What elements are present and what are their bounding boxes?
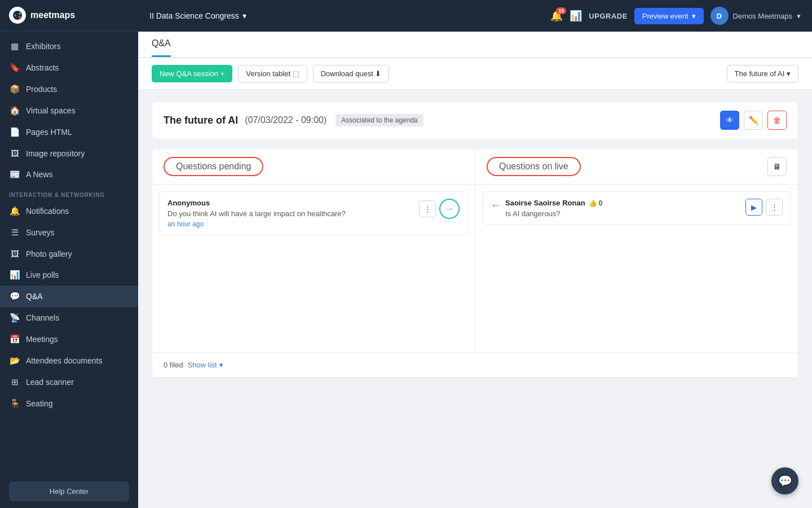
session-dropdown[interactable]: The future of AI ▾ (727, 65, 799, 82)
live-question-more-button[interactable]: ⋮ (766, 199, 783, 216)
sidebar-item-channels[interactable]: 📡 Channels (0, 307, 138, 329)
question-more-button[interactable]: ⋮ (419, 200, 436, 217)
agenda-badge: Associated to the agenda (336, 114, 423, 126)
show-list-link[interactable]: Show list ▾ (188, 361, 223, 369)
live-question-text: Is AI dangerous? (505, 209, 740, 218)
scanner-icon: ⊞ (9, 377, 20, 387)
sidebar-item-photo-gallery[interactable]: 🖼 Photo gallery (0, 243, 138, 264)
interaction-section-label: INTERACTION & NETWORKING (0, 185, 138, 200)
help-center-button[interactable]: Help Center (9, 481, 129, 501)
sidebar-item-attendees-docs[interactable]: 📂 Attendees documents (0, 350, 138, 371)
monitor-icon: 🖥 (773, 162, 781, 171)
sidebar-item-notifications[interactable]: 🔔 Notifications (0, 200, 138, 222)
sidebar-item-surveys[interactable]: ☰ Surveys (0, 222, 138, 243)
session-actions: 👁 ✏️ 🗑 (720, 111, 787, 130)
page-content: Q&A New Q&A session + Version tablet ⬚ D… (138, 32, 812, 508)
event-name: II Data Science Congress (149, 11, 239, 20)
gallery-icon: 🖼 (9, 249, 20, 259)
svg-point-2 (19, 12, 21, 15)
docs-icon: 📂 (9, 356, 20, 366)
qa-columns-container: Questions pending Anonymous Do you think… (152, 148, 798, 378)
sidebar-item-qa[interactable]: 💬 Q&A (0, 286, 138, 307)
sidebar-nav: ▦ Exhibitors 🔖 Abstracts 📦 Products 🏠 Vi… (0, 31, 138, 475)
live-question-card: ← Saoirse Saoirse Ronan 👍 0 (482, 191, 791, 225)
upgrade-button[interactable]: UPGRADE (589, 12, 628, 20)
preview-chevron-icon: ▾ (692, 12, 696, 20)
sidebar-item-exhibitors[interactable]: ▦ Exhibitors (0, 36, 138, 57)
question-info: Anonymous Do you think AI will have a la… (167, 199, 413, 228)
back-to-pending-button[interactable]: ← (491, 200, 501, 212)
page-title-underline (152, 55, 171, 57)
question-author: Anonymous (167, 199, 413, 207)
new-qa-session-button[interactable]: New Q&A session + (152, 65, 232, 82)
live-question-info: Saoirse Saoirse Ronan 👍 0 Is AI dangerou… (505, 199, 740, 218)
question-actions: ⋮ → (419, 199, 460, 219)
notification-badge: 15 (556, 7, 566, 14)
event-chevron-icon: ▾ (242, 11, 246, 20)
qa-icon: 💬 (9, 291, 20, 301)
sidebar: meetmaps ▦ Exhibitors 🔖 Abstracts 📦 Prod… (0, 0, 138, 508)
play-question-button[interactable]: ▶ (745, 199, 762, 216)
svg-point-1 (14, 14, 16, 16)
main-content: II Data Science Congress ▾ 🔔 15 📊 UPGRAD… (138, 0, 812, 508)
live-column: Questions on live 🖥 ← (475, 149, 798, 352)
live-question-left: ← Saoirse Saoirse Ronan 👍 0 (491, 199, 740, 218)
news-icon: 📰 (9, 169, 20, 179)
channel-icon: 📡 (9, 313, 20, 323)
filed-count: 0 filed (164, 361, 183, 369)
meetings-icon: 📅 (9, 334, 20, 344)
header-actions: 🔔 15 📊 UPGRADE Preview event ▾ D Demos M… (550, 7, 801, 25)
pending-col-body: Anonymous Do you think AI will have a la… (152, 185, 475, 352)
toolbar: New Q&A session + Version tablet ⬚ Downl… (138, 58, 812, 90)
event-selector[interactable]: II Data Science Congress ▾ (149, 11, 246, 20)
session-date: (07/03/2022 - 09:00) (245, 115, 326, 125)
logo-icon (9, 7, 26, 24)
sidebar-item-seating[interactable]: 🪑 Seating (0, 393, 138, 414)
preview-event-button[interactable]: Preview event ▾ (634, 8, 704, 24)
notifications-button[interactable]: 🔔 15 (550, 10, 563, 22)
analytics-icon[interactable]: 📊 (570, 10, 582, 22)
sidebar-logo: meetmaps (0, 0, 138, 31)
page-header: Q&A (138, 32, 812, 58)
pages-icon: 📄 (9, 127, 20, 137)
send-to-live-button[interactable]: → (439, 199, 460, 219)
sidebar-item-meetings[interactable]: 📅 Meetings (0, 329, 138, 350)
like-badge: 👍 0 (589, 199, 603, 207)
pending-col-header: Questions pending (152, 149, 475, 185)
user-menu[interactable]: D Demos Meetmaps ▾ (710, 7, 801, 25)
question-time: an hour ago (167, 220, 413, 228)
svg-point-3 (19, 16, 21, 18)
chat-fab-button[interactable]: 💬 (771, 467, 798, 494)
delete-session-button[interactable]: 🗑 (767, 111, 787, 130)
sidebar-item-products[interactable]: 📦 Products (0, 78, 138, 100)
page-title: Q&A (152, 38, 171, 54)
sidebar-item-live-polls[interactable]: 📊 Live polls (0, 264, 138, 286)
pending-column: Questions pending Anonymous Do you think… (152, 149, 475, 352)
sidebar-item-news[interactable]: 📰 A News (0, 164, 138, 185)
live-question-author: Saoirse Saoirse Ronan 👍 0 (505, 199, 740, 207)
seating-icon: 🪑 (9, 398, 20, 409)
sidebar-item-pages-html[interactable]: 📄 Pages HTML (0, 121, 138, 143)
version-tablet-button[interactable]: Version tablet ⬚ (238, 65, 307, 82)
screen-button[interactable]: 🖥 (767, 157, 787, 176)
question-text: Do you think AI will have a large impact… (167, 209, 413, 218)
sidebar-item-image-repository[interactable]: 🖼 Image repository (0, 143, 138, 164)
grid-icon: ▦ (9, 41, 20, 51)
sidebar-item-virtual-spaces[interactable]: 🏠 Virtual spaces (0, 100, 138, 121)
live-col-body: ← Saoirse Saoirse Ronan 👍 0 (475, 185, 798, 352)
live-col-title: Questions on live (487, 157, 581, 176)
pending-col-title: Questions pending (164, 157, 263, 176)
live-question-actions: ▶ ⋮ (745, 199, 783, 216)
logo-text: meetmaps (30, 10, 75, 20)
download-quest-button[interactable]: Download quest ⬇ (313, 65, 390, 82)
user-chevron-icon: ▾ (797, 12, 801, 20)
qa-columns: Questions pending Anonymous Do you think… (152, 149, 798, 352)
edit-session-button[interactable]: ✏️ (744, 111, 763, 130)
sidebar-footer: Help Center (0, 475, 138, 508)
image-icon: 🖼 (9, 148, 20, 158)
preview-session-button[interactable]: 👁 (720, 111, 739, 130)
sidebar-item-abstracts[interactable]: 🔖 Abstracts (0, 57, 138, 78)
session-title: The future of AI (164, 115, 238, 126)
sidebar-item-lead-scanner[interactable]: ⊞ Lead scanner (0, 371, 138, 393)
chat-icon: 💬 (778, 474, 792, 488)
